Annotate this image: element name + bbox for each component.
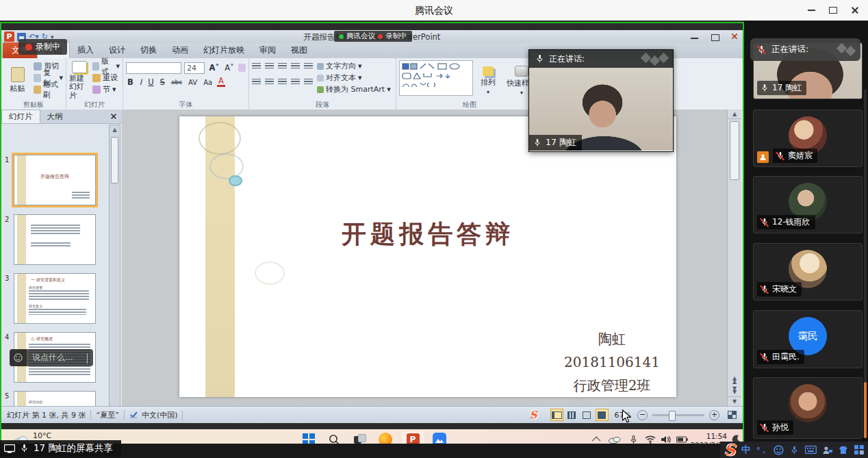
sogou-voice-icon[interactable]	[790, 445, 799, 455]
underline-button[interactable]: U	[146, 77, 155, 87]
layout-button[interactable]: 版式 ▾	[92, 60, 120, 72]
sogou-toolbox-icon[interactable]	[854, 445, 864, 455]
ppt-close-button[interactable]	[730, 32, 739, 41]
italic-button[interactable]: I	[138, 77, 143, 87]
sogou-account-icon[interactable]	[823, 446, 833, 455]
slide-title[interactable]: 开题报告答辩	[179, 218, 676, 251]
previous-slide-button[interactable]: ▲▲	[728, 375, 741, 386]
fit-to-window-button[interactable]	[726, 409, 739, 421]
bold-button[interactable]: B	[126, 77, 135, 87]
sogou-mode-button[interactable]: 中	[741, 444, 750, 456]
slide-credits[interactable]: 陶虹 20181106141 行政管理2班	[564, 327, 660, 397]
sogou-status-icon[interactable]: S	[530, 410, 537, 420]
ppt-restore-button[interactable]	[711, 32, 719, 41]
tab-view[interactable]: 视图	[283, 42, 315, 58]
view-slideshow-button[interactable]	[596, 409, 609, 421]
tab-slideshow[interactable]: 幻灯片放映	[196, 42, 252, 58]
weather-temp[interactable]: 10°C	[33, 431, 51, 440]
pane-scrollbar[interactable]: ▲	[109, 125, 120, 407]
justify-icon[interactable]	[291, 79, 300, 86]
zoom-out-button[interactable]: −	[637, 410, 648, 420]
abc-strike-button[interactable]: abc	[170, 79, 183, 86]
tab-transitions[interactable]: 切换	[133, 42, 164, 58]
sogou-input-toolbar[interactable]: S 中 °，	[720, 442, 868, 458]
align-left-icon[interactable]	[252, 79, 261, 86]
chat-quick-bar[interactable]: 说点什么...	[10, 349, 93, 366]
editor-scrollbar[interactable]: ▲ ▲▲ ▼▼ ▼	[727, 110, 741, 406]
align-text-button[interactable]: 对齐文本 ▾	[317, 72, 391, 84]
bullets-icon[interactable]	[252, 63, 261, 70]
zoom-slider-thumb[interactable]	[669, 411, 676, 421]
tab-insert[interactable]: 插入	[70, 42, 101, 58]
align-center-icon[interactable]	[265, 79, 274, 86]
slide-thumbnail-1[interactable]: 1 开题报告答辩	[14, 155, 96, 205]
next-slide-button[interactable]: ▼▼	[728, 385, 741, 396]
font-size-box[interactable]: 24	[184, 62, 205, 74]
shapes-gallery[interactable]	[399, 60, 473, 96]
indent-less-icon[interactable]	[278, 63, 287, 70]
sogou-logo[interactable]: S	[724, 442, 735, 457]
numbering-icon[interactable]	[265, 63, 274, 70]
scroll-up-icon[interactable]: ▲	[728, 110, 741, 119]
group-font: 24 A˄ A˅ B I U S abc AV Aa A 字体	[123, 58, 249, 110]
participant-tile-3[interactable]: 12-钱雨欣	[753, 176, 863, 233]
scroll-down-icon[interactable]: ▼	[728, 396, 741, 406]
chat-placeholder[interactable]: 说点什么...	[32, 352, 73, 364]
strikethrough-button[interactable]: S	[159, 77, 166, 87]
participant-tile-2[interactable]: 窦婧宸	[753, 110, 863, 167]
pane-close-icon[interactable]	[110, 112, 118, 120]
view-reading-button[interactable]	[580, 409, 593, 421]
change-case-button[interactable]: Aa	[202, 79, 214, 86]
shrink-font-button[interactable]: A˅	[223, 63, 235, 73]
pane-tab-outline[interactable]: 大纲	[40, 110, 70, 123]
participant-tile-5[interactable]: 霭民 田霭民.	[753, 310, 863, 368]
restore-button[interactable]	[823, 4, 843, 16]
language-indicator[interactable]: 中文(中国)	[142, 410, 178, 420]
smartart-button[interactable]: 转换为 SmartArt ▾	[317, 84, 391, 95]
tab-review[interactable]: 审阅	[252, 42, 283, 58]
minimize-button[interactable]	[801, 4, 821, 16]
pane-tab-slides[interactable]: 幻灯片	[1, 110, 40, 123]
slide-thumbnail-3[interactable]: 3 一 研究背景和意义 研究背景: 研究意义:	[14, 273, 96, 324]
participant-tile-6[interactable]: 孙悦	[753, 377, 863, 439]
format-painter-button[interactable]: 格式刷	[34, 84, 63, 95]
view-normal-button[interactable]	[550, 409, 563, 421]
line-spacing-icon[interactable]	[304, 63, 313, 70]
new-slide-button[interactable]: 新建幻灯片	[69, 60, 90, 101]
font-color-button[interactable]: A	[217, 77, 225, 88]
char-spacing-button[interactable]: AV	[187, 79, 199, 86]
participant-tile-4[interactable]: 宋晓文	[753, 243, 863, 301]
indent-more-icon[interactable]	[291, 63, 300, 70]
sidebar-scrollbar-thumb[interactable]	[864, 382, 867, 438]
emoji-button[interactable]	[10, 349, 27, 366]
pane-scroll-up-icon[interactable]: ▲	[110, 125, 120, 134]
text-direction-button[interactable]: 文字方向 ▾	[317, 60, 391, 72]
section-button[interactable]: 节 ▾	[92, 84, 120, 95]
slide-canvas[interactable]: 开题报告答辩 陶虹 20181106141 行政管理2班	[179, 116, 676, 397]
spellcheck-icon[interactable]	[129, 411, 138, 419]
clear-format-icon[interactable]	[238, 64, 246, 72]
view-sorter-button[interactable]	[565, 409, 578, 421]
ppt-minimize-button[interactable]	[691, 32, 700, 41]
slide-thumbnail-2[interactable]: 2	[14, 214, 96, 265]
sogou-emoji-icon[interactable]	[774, 445, 784, 455]
tab-animations[interactable]: 动画	[164, 42, 196, 58]
sogou-skin-icon[interactable]	[839, 446, 848, 455]
sogou-keyboard-icon[interactable]	[805, 446, 817, 454]
zoom-slider[interactable]	[652, 414, 704, 416]
zoom-in-button[interactable]: +	[709, 410, 719, 420]
floating-speaker-panel[interactable]: 正在讲话: 17 陶虹	[528, 49, 674, 152]
columns-icon[interactable]	[304, 79, 313, 86]
pane-scroll-thumb[interactable]	[111, 137, 118, 183]
grow-font-button[interactable]: A˄	[207, 63, 220, 73]
scroll-thumb[interactable]	[730, 121, 739, 180]
arrange-button[interactable]: 排列▾	[477, 60, 499, 101]
paste-button[interactable]: 粘贴	[4, 60, 31, 101]
sogou-punctuation-button[interactable]: °，	[756, 445, 768, 455]
close-button[interactable]	[845, 4, 865, 16]
align-right-icon[interactable]	[278, 79, 287, 86]
slide-thumbnail-5[interactable]: 5 研究内容:	[14, 391, 96, 407]
font-name-box[interactable]	[126, 62, 181, 74]
reset-button[interactable]: 重设	[92, 72, 120, 84]
collapse-chevron-icon[interactable]	[87, 353, 88, 363]
